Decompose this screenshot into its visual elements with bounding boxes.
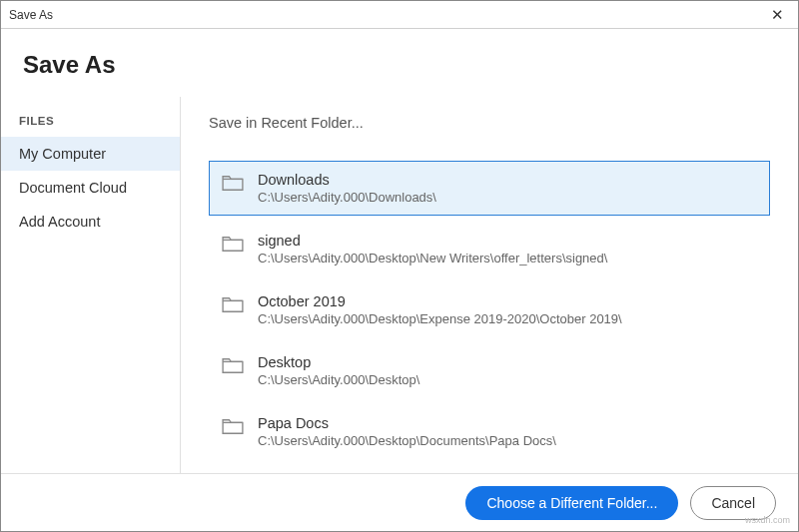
- folder-icon: [222, 172, 244, 196]
- folder-icon: [222, 415, 244, 439]
- folder-text: October 2019C:\Users\Adity.000\Desktop\E…: [258, 293, 622, 326]
- folder-icon: [222, 293, 244, 317]
- folder-name: Papa Docs: [258, 415, 556, 431]
- sidebar: FILES My ComputerDocument CloudAdd Accou…: [1, 97, 181, 491]
- folder-row[interactable]: signedC:\Users\Adity.000\Desktop\New Wri…: [209, 222, 770, 276]
- folder-path: C:\Users\Adity.000\Downloads\: [258, 190, 436, 205]
- folder-icon: [222, 233, 244, 257]
- folder-text: DesktopC:\Users\Adity.000\Desktop\: [258, 354, 419, 387]
- folder-name: Downloads: [258, 172, 436, 188]
- folder-row[interactable]: Papa DocsC:\Users\Adity.000\Desktop\Docu…: [209, 404, 770, 459]
- cancel-button[interactable]: Cancel: [690, 486, 776, 520]
- folder-row[interactable]: DesktopC:\Users\Adity.000\Desktop\: [209, 343, 770, 398]
- main-panel: Save in Recent Folder... DownloadsC:\Use…: [181, 97, 798, 491]
- dialog-header: Save As: [1, 29, 798, 97]
- folder-icon: [222, 354, 244, 378]
- sidebar-item-my-computer[interactable]: My Computer: [1, 137, 180, 171]
- recent-folder-heading: Save in Recent Folder...: [209, 115, 770, 131]
- choose-different-folder-button[interactable]: Choose a Different Folder...: [465, 486, 678, 520]
- page-title: Save As: [23, 51, 776, 79]
- close-icon[interactable]: ✕: [765, 6, 790, 24]
- folder-path: C:\Users\Adity.000\Desktop\New Writers\o…: [258, 251, 607, 266]
- content: FILES My ComputerDocument CloudAdd Accou…: [1, 97, 798, 491]
- sidebar-item-document-cloud[interactable]: Document Cloud: [1, 171, 180, 205]
- folder-row[interactable]: DownloadsC:\Users\Adity.000\Downloads\: [209, 161, 770, 216]
- folder-path: C:\Users\Adity.000\Desktop\: [258, 372, 419, 387]
- folder-text: Papa DocsC:\Users\Adity.000\Desktop\Docu…: [258, 415, 556, 448]
- sidebar-heading: FILES: [1, 109, 180, 137]
- folder-text: signedC:\Users\Adity.000\Desktop\New Wri…: [258, 233, 607, 266]
- footer: Choose a Different Folder... Cancel: [1, 473, 798, 531]
- folder-path: C:\Users\Adity.000\Desktop\Expense 2019-…: [258, 311, 622, 326]
- folder-row[interactable]: October 2019C:\Users\Adity.000\Desktop\E…: [209, 282, 770, 337]
- titlebar: Save As ✕: [1, 1, 798, 29]
- folder-name: October 2019: [258, 293, 622, 309]
- folder-text: DownloadsC:\Users\Adity.000\Downloads\: [258, 172, 436, 205]
- folder-path: C:\Users\Adity.000\Desktop\Documents\Pap…: [258, 433, 556, 448]
- sidebar-item-add-account[interactable]: Add Account: [1, 205, 180, 239]
- folder-name: signed: [258, 233, 607, 249]
- window-title: Save As: [9, 8, 53, 22]
- folder-name: Desktop: [258, 354, 419, 370]
